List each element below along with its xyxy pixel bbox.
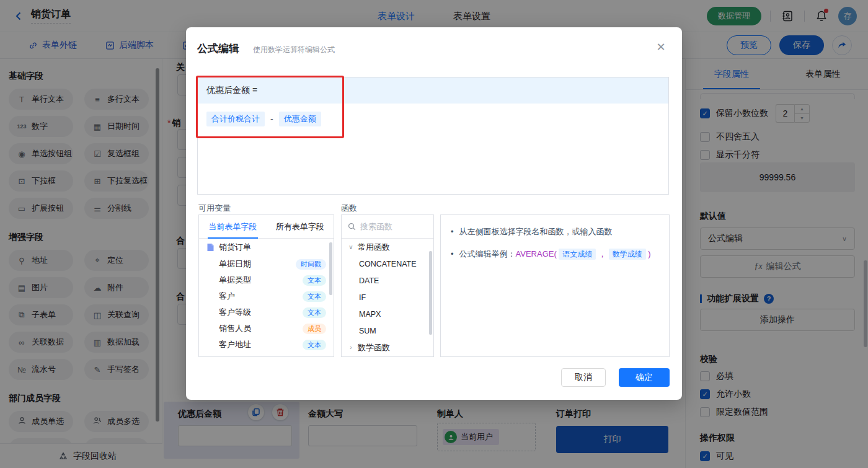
function-group-text[interactable]: ›文本函数 — [342, 356, 433, 357]
function-item[interactable]: SUM — [342, 322, 433, 339]
field-type-tag: 文本 — [303, 340, 326, 350]
formula-token-discount[interactable]: 优惠金额 — [279, 112, 321, 126]
tab-all-form-fields[interactable]: 所有表单字段 — [267, 215, 334, 238]
variables-tabs: 当前表单字段 所有表单字段 — [199, 215, 334, 239]
variable-row[interactable]: 销售人员成员 — [199, 320, 334, 337]
function-search-input[interactable]: 搜索函数 — [342, 215, 433, 239]
variable-row[interactable]: 客户文本 — [199, 288, 334, 304]
functions-panel: 搜索函数 ∨常用函数 CONCATENATE DATE IF MAPX SUM … — [341, 214, 434, 357]
variables-tree-root[interactable]: 销货订单 — [199, 239, 334, 256]
function-group-common[interactable]: ∨常用函数 — [342, 239, 433, 255]
variables-panel: 当前表单字段 所有表单字段 销货订单 单据日期时间戳 单据类型文本 客户文本 客… — [198, 214, 334, 357]
variables-label: 可用变量 — [198, 203, 231, 214]
formula-target: 优惠后金额 = — [198, 77, 668, 104]
field-type-tag: 时间戳 — [296, 259, 326, 270]
modal-title: 公式编辑 — [197, 42, 239, 56]
variables-scrollbar[interactable] — [329, 242, 332, 295]
function-item[interactable]: DATE — [342, 272, 433, 289]
confirm-button[interactable]: 确定 — [619, 368, 670, 387]
variable-row[interactable]: 单据日期时间戳 — [199, 256, 334, 272]
cancel-button[interactable]: 取消 — [561, 368, 606, 387]
variable-row[interactable]: 客户等级文本 — [199, 304, 334, 320]
close-icon[interactable]: ✕ — [653, 40, 668, 55]
formula-editor[interactable]: 优惠后金额 = 合计价税合计 - 优惠金额 — [197, 77, 669, 195]
bullet-icon: • — [451, 248, 454, 260]
function-group-math[interactable]: ›数学函数 — [342, 339, 433, 356]
tab-current-form-fields[interactable]: 当前表单字段 — [199, 215, 267, 238]
function-item[interactable]: CONCATENATE — [342, 255, 433, 272]
field-type-tag: 文本 — [303, 307, 326, 318]
function-item[interactable]: IF — [342, 289, 433, 306]
example-arg-2: 数学成绩 — [609, 249, 646, 260]
functions-label: 函数 — [341, 203, 357, 214]
variable-row[interactable]: 客户地址文本 — [199, 337, 334, 353]
modal-subtitle: 使用数学运算符编辑公式 — [253, 45, 335, 55]
search-icon — [348, 223, 356, 231]
formula-expression[interactable]: 合计价税合计 - 优惠金额 — [198, 104, 668, 135]
chevron-down-icon: ∨ — [348, 244, 354, 250]
help-line-1: • 从左侧面板选择字段名和函数，或输入函数 — [451, 226, 659, 238]
example-function-close: ) — [648, 249, 650, 258]
help-line-2: • 公式编辑举例：AVERAGE( 语文成绩 ， 数学成绩 ) — [451, 248, 659, 260]
form-doc-icon — [206, 243, 215, 252]
formula-edit-modal: 公式编辑 使用数学运算符编辑公式 ✕ 优惠后金额 = 合计价税合计 - 优惠金额… — [186, 27, 682, 400]
variable-row[interactable]: 单据类型文本 — [199, 272, 334, 288]
app-root: 销货订单 表单设计 表单设置 数据管理 存 表单外链 后端脚本 — [0, 0, 868, 468]
example-function-open: AVERAGE( — [516, 249, 557, 258]
example-comma: ， — [598, 249, 606, 258]
field-type-tag: 文本 — [303, 291, 326, 302]
function-item[interactable]: MAPX — [342, 306, 433, 322]
formula-help-panel: • 从左侧面板选择字段名和函数，或输入函数 • 公式编辑举例：AVERAGE( … — [440, 214, 670, 357]
field-type-tag: 文本 — [303, 275, 326, 286]
formula-operator: - — [270, 114, 273, 124]
field-type-tag: 成员 — [303, 324, 326, 334]
formula-token-total[interactable]: 合计价税合计 — [206, 112, 265, 126]
functions-scrollbar[interactable] — [429, 251, 432, 335]
chevron-right-icon: › — [348, 344, 354, 351]
bullet-icon: • — [451, 226, 454, 238]
example-arg-1: 语文成绩 — [559, 249, 596, 260]
